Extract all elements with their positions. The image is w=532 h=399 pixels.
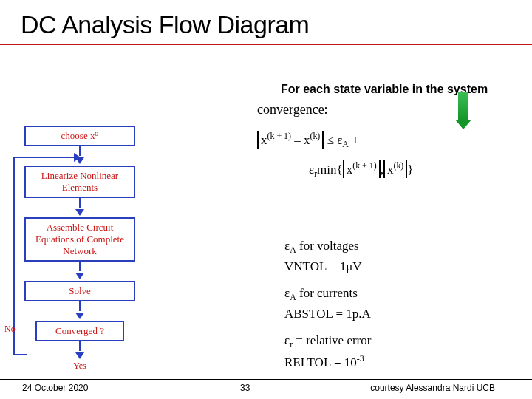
footer: 24 October 2020 33 courtesy Alessandra N… xyxy=(0,379,532,393)
tolerances-block: εA for voltages VNTOL = 1μV εA for curre… xyxy=(284,236,371,372)
flow-solve: Solve xyxy=(24,281,135,301)
tol-relerr-label: εr = relative error xyxy=(284,331,371,352)
flow-assemble: Assemble Circuit Equations of Complete N… xyxy=(24,217,135,262)
convergence-eq2: εrmin{x(k + 1),x(k)} xyxy=(257,160,413,180)
convergence-eq1: x(k + 1) – x(k) ≤ εA + xyxy=(257,131,413,150)
tol-vntol: VNTOL = 1μV xyxy=(284,257,371,276)
flow-yes-label: Yes xyxy=(13,361,146,372)
tol-current-label: εA for currents xyxy=(284,284,371,304)
flow-no-label: No xyxy=(4,324,16,335)
tol-voltage-label: εA for voltages xyxy=(284,236,371,257)
footer-credit: courtesy Alessandra Nardi UCB xyxy=(370,383,495,393)
flow-choose: choose x⁰ xyxy=(24,126,135,146)
footer-page: 33 xyxy=(240,383,250,393)
slide-title: DC Analysis Flow Diagram xyxy=(0,0,532,45)
flow-linearize: Linearize Nonlinear Elements xyxy=(24,166,135,198)
convergence-block: convergence: x(k + 1) – x(k) ≤ εA + εrmi… xyxy=(257,102,413,183)
flow-converged: Converged ? xyxy=(35,321,124,341)
tol-reltol: RELTOL = 10-3 xyxy=(284,352,371,372)
flowchart: choose x⁰ Linearize Nonlinear Elements A… xyxy=(13,126,146,372)
convergence-heading: convergence: xyxy=(257,102,413,117)
tol-abstol: ABSTOL = 1p.A xyxy=(284,304,371,324)
arrow-down-icon xyxy=(457,92,470,129)
footer-date: 24 October 2020 xyxy=(22,383,88,393)
